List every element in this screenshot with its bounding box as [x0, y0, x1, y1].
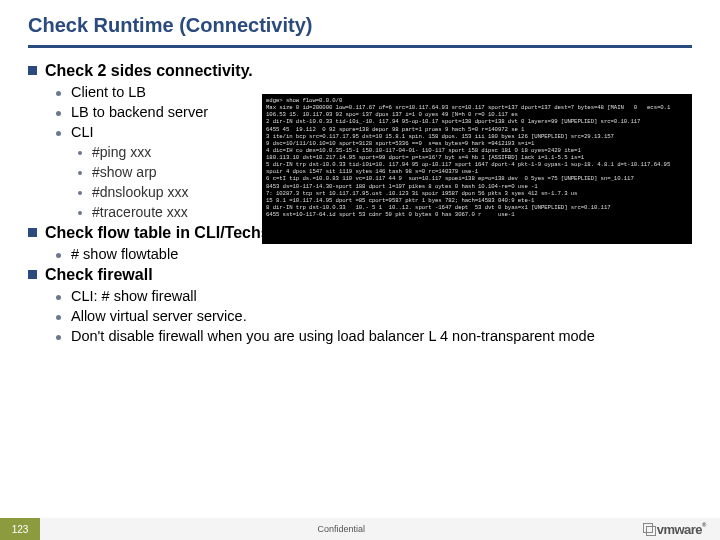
item-allow-vs: Allow virtual server service. [71, 308, 247, 324]
square-bullet-icon [28, 66, 37, 75]
dot-icon [78, 211, 82, 215]
cli-trace: #traceroute xxx [92, 204, 188, 220]
vmware-logo: vmware® [643, 522, 720, 537]
section1-heading: Check 2 sides connectivity. [45, 62, 253, 80]
bullet-lvl2: CLI: # show firewall [28, 288, 692, 304]
cli-ping: #ping xxx [92, 144, 151, 160]
dot-icon [56, 91, 61, 96]
cli-dns: #dnslookup xxx [92, 184, 189, 200]
confidential-label: Confidential [40, 524, 643, 534]
square-bullet-icon [28, 228, 37, 237]
bullet-lvl1: Check firewall [28, 266, 692, 284]
content-area: Check 2 sides connectivity. Client to LB… [28, 62, 692, 344]
dot-icon [56, 111, 61, 116]
dot-icon [56, 315, 61, 320]
slide-title: Check Runtime (Connectivity) [28, 14, 692, 48]
logo-box-icon [643, 523, 655, 535]
dot-icon [78, 171, 82, 175]
cli-arp: #show arp [92, 164, 157, 180]
item-show-flowtable: # show flowtable [71, 246, 178, 262]
dot-icon [56, 295, 61, 300]
slide-footer: 123 Confidential vmware® [0, 518, 720, 540]
logo-text: vmware® [657, 522, 706, 537]
terminal-output: edge> show flow=0.0.0/0 Max size 0 id=20… [262, 94, 692, 244]
bullet-lvl2: Allow virtual server service. [28, 308, 692, 324]
dot-icon [78, 151, 82, 155]
dot-icon [56, 131, 61, 136]
bullet-lvl1: Check 2 sides connectivity. [28, 62, 692, 80]
item-dont-disable-fw: Don't disable firewall when you are usin… [71, 328, 595, 344]
dot-icon [56, 253, 61, 258]
bullet-lvl2: Don't disable firewall when you are usin… [28, 328, 692, 344]
item-lb-backend: LB to backend server [71, 104, 208, 120]
dot-icon [56, 335, 61, 340]
item-cli: CLI [71, 124, 94, 140]
dot-icon [78, 191, 82, 195]
square-bullet-icon [28, 270, 37, 279]
slide-body: Check Runtime (Connectivity) Check 2 sid… [0, 0, 720, 540]
section3-heading: Check firewall [45, 266, 153, 284]
page-number: 123 [0, 518, 40, 540]
item-client-to-lb: Client to LB [71, 84, 146, 100]
item-show-firewall: CLI: # show firewall [71, 288, 197, 304]
bullet-lvl2: # show flowtable [28, 246, 692, 262]
